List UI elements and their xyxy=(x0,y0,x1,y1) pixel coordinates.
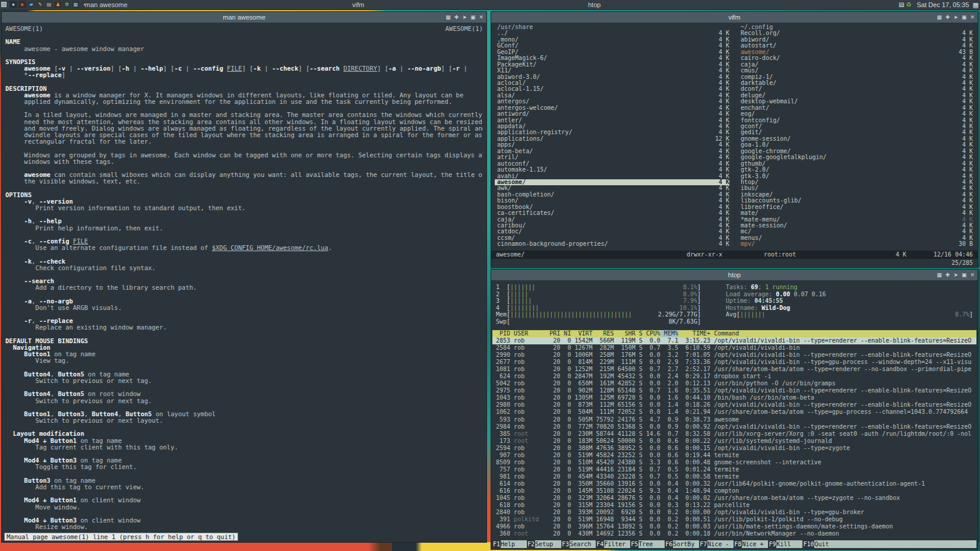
layout-grid-icon[interactable]: ▦ xyxy=(937,12,942,23)
move-icon[interactable]: ✚ xyxy=(946,270,950,280)
column-header-shr[interactable]: SHR xyxy=(614,330,636,337)
settings-launcher-icon[interactable]: ⚙ xyxy=(63,1,71,8)
process-row[interactable]: 360root200430M1469212356S0.00.20:00.18/u… xyxy=(492,530,976,537)
file-row[interactable]: menus/4 K xyxy=(738,235,973,241)
image-launcher-icon[interactable]: ▩ xyxy=(72,1,80,8)
file-row[interactable]: libaccounts-glib/4 K xyxy=(738,198,973,204)
close-icon[interactable]: ✕ xyxy=(479,12,483,23)
column-header-pri[interactable]: PRI xyxy=(546,330,560,337)
file-row[interactable]: GeoIP/4 K xyxy=(495,49,729,55)
file-row[interactable]: awesome/43 B xyxy=(738,49,973,55)
file-row[interactable]: alsa/4 K xyxy=(495,93,729,99)
process-row[interactable]: 907rob200519M4582423252S0.00.60:19.44ter… xyxy=(492,452,976,459)
file-row[interactable]: cinnamon-background-properties/4 K xyxy=(495,241,729,247)
vifm-titlebar[interactable]: vifm ▦✚➤▣✕ xyxy=(491,12,978,23)
file-row[interactable]: application-registry/4 K xyxy=(495,129,729,135)
file-row[interactable]: applications/12 K xyxy=(495,136,729,142)
ontop-icon[interactable]: ➤ xyxy=(953,12,958,23)
file-row[interactable]: antler/4 K xyxy=(495,118,729,124)
file-row[interactable]: aclocal-1.15/4 K xyxy=(495,86,729,92)
file-row[interactable]: avahi/4 K xyxy=(495,173,729,179)
file-row[interactable]: appdata/4 K xyxy=(495,124,729,129)
file-row[interactable]: darktable/4 K xyxy=(738,80,973,86)
file-row[interactable]: ccsm/4 K xyxy=(495,235,729,241)
media-launcher-icon[interactable]: ■ xyxy=(18,1,26,8)
file-row[interactable]: apps/4 K xyxy=(495,142,729,148)
ontop-icon[interactable]: ➤ xyxy=(462,12,467,23)
file-row[interactable]: gtk-2.0/4 K xyxy=(738,167,973,173)
process-row[interactable]: 2853rob2001542M566M119MS0.07.13:15.23/op… xyxy=(492,337,976,344)
file-row[interactable]: GConf/4 K xyxy=(495,43,729,49)
taskbar-item-htop[interactable]: htop xyxy=(588,0,600,10)
file-row[interactable]: caribou/4 K xyxy=(495,223,729,229)
process-row[interactable]: 981rob200454M4334023228S0.70.50:00.58ter… xyxy=(492,473,976,480)
fkey-button-nice[interactable]: Nice + xyxy=(742,540,768,548)
column-header-pid[interactable]: PID xyxy=(492,330,510,337)
fkey-button-kill[interactable]: Kill xyxy=(776,540,802,548)
clock[interactable]: Sat Dec 17, 05:35 xyxy=(916,0,970,10)
file-row[interactable]: Recoll.org/4 K xyxy=(738,30,973,36)
fkey-button-sortby[interactable]: SortBy xyxy=(673,540,699,548)
file-row[interactable]: caja/4 K xyxy=(738,62,973,68)
fkey-button-nice[interactable]: Nice - xyxy=(707,540,734,548)
file-row[interactable]: atom-beta/4 K xyxy=(495,148,729,154)
process-row[interactable]: 2980rob200873M112M65156S0.01.40:18.26/op… xyxy=(492,401,976,408)
column-header-command[interactable]: Command xyxy=(710,330,976,337)
file-row[interactable]: libreoffice/4 K xyxy=(738,204,973,210)
process-row[interactable]: 8509rob200510M4542024380S3.30.60:00.48gn… xyxy=(492,459,976,466)
taskbar-item-man[interactable]: man awesome xyxy=(85,0,128,10)
file-row[interactable]: abiword-3.0/4 K xyxy=(495,74,729,80)
file-row[interactable]: PackageKit/4 K xyxy=(495,62,729,68)
file-row[interactable]: aclocal/4 K xyxy=(495,80,729,86)
process-row[interactable]: 2990rob2001006M258M176MS0.03.27:01.05/op… xyxy=(492,352,976,359)
file-row[interactable]: ibus/4 K xyxy=(738,185,973,191)
file-row[interactable]: bison/4 K xyxy=(495,198,729,204)
file-row[interactable]: gtk-3.0/4 K xyxy=(738,173,973,179)
process-row[interactable]: 593rob200505M7579224176S4.70.90:38.73awe… xyxy=(492,416,976,423)
process-row[interactable]: 616rob200145M3510822024S9.30.41:40.94com… xyxy=(492,487,976,495)
file-row[interactable]: google-googletalkplugin/4 K xyxy=(738,154,973,160)
clipboard-icon[interactable]: ▤ xyxy=(899,1,904,8)
file-row[interactable]: antergos/4 K xyxy=(495,99,729,104)
htop-titlebar[interactable]: htop ▦✚➤▣✕ xyxy=(491,270,978,280)
layout-grid-icon[interactable]: ▦ xyxy=(445,12,451,23)
process-row[interactable]: 1062rob200504M111M72052S0.01.40:21.94/us… xyxy=(492,408,976,416)
file-row[interactable]: atril/4 K xyxy=(495,154,729,160)
process-row[interactable]: 173root200183M5062450000S0.00.60:00.22/u… xyxy=(492,438,976,445)
process-row[interactable]: 2584rob2001267M282M150MS0.73.56:10.59/op… xyxy=(492,344,976,352)
file-row[interactable]: autostart/4 K xyxy=(738,43,973,49)
file-row[interactable]: .mono/4 K xyxy=(495,37,729,43)
column-header-s[interactable]: S xyxy=(636,330,643,337)
file-row[interactable]: antiword/4 K xyxy=(495,111,729,117)
file-row[interactable]: catdoc/4 K xyxy=(495,229,729,235)
process-row[interactable]: 2975rob200902M128M65148S0.71.60:35.51/op… xyxy=(492,387,976,394)
file-row[interactable]: ../4 K xyxy=(495,30,729,36)
taskbar-item-vifm[interactable]: vifm xyxy=(352,0,364,10)
file-row[interactable]: gnome-session/4 K xyxy=(738,136,973,142)
file-row[interactable]: boostbook/4 K xyxy=(495,204,729,210)
file-row[interactable]: *mate-menu/4 K xyxy=(738,217,973,223)
file-row[interactable]: mate-session/4 K xyxy=(738,223,973,229)
process-row[interactable]: 1045rob200323M3206428676S0.00.40:00.02/u… xyxy=(492,495,976,502)
file-row[interactable]: caja/4 K xyxy=(495,217,729,223)
file-row[interactable]: fontconfig/4 K xyxy=(738,118,973,124)
process-row[interactable]: 1081rob2001252M215M64500S0.72.72:52.17/u… xyxy=(492,366,976,373)
file-row[interactable]: mate/4 K xyxy=(738,210,973,216)
column-header-cpu[interactable]: CPU% xyxy=(643,330,660,337)
file-row[interactable]: eog/4 K xyxy=(738,111,973,117)
file-row[interactable]: htop/4 K xyxy=(738,179,973,185)
fkey-button-quit[interactable]: Quit xyxy=(814,540,840,548)
file-row[interactable]: enchant/4 K xyxy=(738,105,973,111)
process-row[interactable]: 2594rob200388M4763638952S0.00.60:00.15/o… xyxy=(492,445,976,452)
file-row[interactable]: gedit/4 K xyxy=(738,129,973,135)
move-icon[interactable]: ✚ xyxy=(454,12,459,23)
process-row[interactable]: 2984rob200772M7082051368S0.00.90:00.92/o… xyxy=(492,423,976,430)
file-row[interactable]: ImageMagick-6/4 K xyxy=(495,55,729,61)
tag-indicator[interactable] xyxy=(1,2,7,7)
docs-launcher-icon[interactable]: ▤ xyxy=(45,1,53,8)
file-row[interactable]: cairo-dock/4 K xyxy=(738,55,973,61)
editor-launcher-icon[interactable]: ✎ xyxy=(36,1,44,8)
recycle-icon[interactable]: ♻ xyxy=(906,1,912,8)
column-header-ni[interactable]: NI xyxy=(560,330,571,337)
file-row[interactable]: mpv/30 B xyxy=(738,241,973,247)
